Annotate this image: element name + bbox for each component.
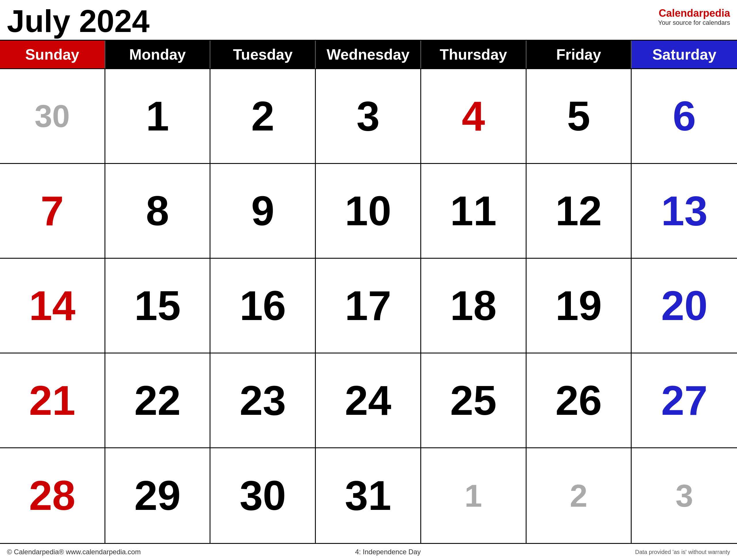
week-row-1: 30123456 — [0, 69, 737, 164]
cell-week1-day5: 4 — [421, 69, 526, 163]
cell-week3-day6: 19 — [526, 259, 632, 353]
footer-copyright: © Calendarpedia® www.calendarpedia.com — [7, 548, 141, 556]
day-number-25-week4: 25 — [450, 380, 497, 421]
cell-week5-day6: 2 — [526, 448, 632, 543]
day-number-5-week1: 5 — [567, 95, 590, 137]
cell-week1-day7: 6 — [632, 69, 737, 163]
day-number-31-week5: 31 — [345, 475, 391, 517]
day-number-12-week2: 12 — [555, 190, 602, 232]
cell-week2-day1: 7 — [0, 164, 105, 258]
day-number-21-week4: 21 — [29, 380, 75, 421]
day-number-30-week5: 30 — [240, 475, 286, 517]
day-number-9-week2: 9 — [251, 190, 274, 232]
day-number-14-week3: 14 — [29, 285, 75, 327]
cell-week5-day1: 28 — [0, 448, 105, 543]
header-friday: Friday — [526, 41, 632, 68]
day-number-8-week2: 8 — [146, 190, 169, 232]
day-number-18-week3: 18 — [450, 285, 497, 327]
day-number-20-week3: 20 — [661, 285, 707, 327]
cell-week2-day3: 9 — [211, 164, 316, 258]
day-number-23-week4: 23 — [240, 380, 286, 421]
day-number-11-week2: 11 — [450, 190, 497, 232]
header-wednesday: Wednesday — [316, 41, 421, 68]
cell-week2-day4: 10 — [316, 164, 421, 258]
footer-holiday: 4: Independence Day — [355, 548, 420, 556]
cell-week1-day4: 3 — [316, 69, 421, 163]
week-row-3: 14151617181920 — [0, 259, 737, 353]
calendar-header: July 2024 Calendarpedia Your source for … — [0, 0, 737, 40]
calendar-footer: © Calendarpedia® www.calendarpedia.com 4… — [0, 543, 737, 560]
brand-name-part2: pedia — [703, 7, 730, 19]
week-row-4: 21222324252627 — [0, 353, 737, 448]
cell-week4-day3: 23 — [211, 353, 316, 447]
header-monday: Monday — [105, 41, 211, 68]
brand-name-part1: Calendar — [659, 7, 703, 19]
week-row-5: 28293031123 — [0, 448, 737, 543]
day-number-24-week4: 24 — [345, 380, 391, 421]
day-number-27-week4: 27 — [661, 380, 707, 421]
cell-week4-day1: 21 — [0, 353, 105, 447]
week-row-2: 78910111213 — [0, 164, 737, 259]
day-number-17-week3: 17 — [345, 285, 391, 327]
cell-week4-day7: 27 — [632, 353, 737, 447]
day-number-19-week3: 19 — [555, 285, 602, 327]
day-number-22-week4: 22 — [134, 380, 181, 421]
cell-week3-day1: 14 — [0, 259, 105, 353]
brand-tagline: Your source for calendars — [658, 19, 730, 27]
cell-week4-day6: 26 — [526, 353, 632, 447]
day-number-15-week3: 15 — [134, 285, 181, 327]
day-number-2-week1: 2 — [251, 95, 274, 137]
cell-week1-day1: 30 — [0, 69, 105, 163]
cell-week2-day2: 8 — [105, 164, 211, 258]
cell-week5-day3: 30 — [211, 448, 316, 543]
day-number-10-week2: 10 — [345, 190, 391, 232]
day-number-28-week5: 28 — [29, 475, 75, 517]
header-sunday: Sunday — [0, 41, 105, 68]
cell-week1-day2: 1 — [105, 69, 211, 163]
cell-week5-day7: 3 — [632, 448, 737, 543]
cell-week3-day7: 20 — [632, 259, 737, 353]
cell-week1-day3: 2 — [211, 69, 316, 163]
cell-week2-day5: 11 — [421, 164, 526, 258]
cell-week2-day7: 13 — [632, 164, 737, 258]
cell-week2-day6: 12 — [526, 164, 632, 258]
day-number-1-week5: 1 — [465, 480, 482, 512]
month-title: July 2024 — [7, 5, 149, 37]
day-number-3-week5: 3 — [676, 480, 693, 512]
header-thursday: Thursday — [421, 41, 526, 68]
cell-week5-day5: 1 — [421, 448, 526, 543]
day-number-4-week1: 4 — [462, 95, 485, 137]
day-number-2-week5: 2 — [570, 480, 587, 512]
cell-week5-day2: 29 — [105, 448, 211, 543]
day-number-3-week1: 3 — [357, 95, 380, 137]
day-number-29-week5: 29 — [134, 475, 181, 517]
footer-disclaimer: Data provided 'as is' without warranty — [635, 549, 730, 555]
day-number-6-week1: 6 — [673, 95, 696, 137]
cell-week4-day5: 25 — [421, 353, 526, 447]
day-number-16-week3: 16 — [240, 285, 286, 327]
cell-week3-day2: 15 — [105, 259, 211, 353]
header-saturday: Saturday — [632, 41, 737, 68]
cell-week4-day2: 22 — [105, 353, 211, 447]
cell-week4-day4: 24 — [316, 353, 421, 447]
header-tuesday: Tuesday — [211, 41, 316, 68]
cell-week3-day3: 16 — [211, 259, 316, 353]
day-number-30-week1: 30 — [35, 100, 70, 132]
cell-week3-day4: 17 — [316, 259, 421, 353]
brand-logo: Calendarpedia Your source for calendars — [658, 5, 730, 27]
cell-week3-day5: 18 — [421, 259, 526, 353]
day-number-1-week1: 1 — [146, 95, 169, 137]
day-number-13-week2: 13 — [661, 190, 707, 232]
day-number-7-week2: 7 — [41, 190, 64, 232]
cell-week5-day4: 31 — [316, 448, 421, 543]
brand-name: Calendarpedia — [658, 7, 730, 19]
page-wrapper: July 2024 Calendarpedia Your source for … — [0, 0, 737, 560]
day-number-26-week4: 26 — [555, 380, 602, 421]
day-headers: Sunday Monday Tuesday Wednesday Thursday… — [0, 41, 737, 69]
calendar-grid: 3012345678910111213141516171819202122232… — [0, 69, 737, 543]
calendar-container: Sunday Monday Tuesday Wednesday Thursday… — [0, 40, 737, 543]
cell-week1-day6: 5 — [526, 69, 632, 163]
